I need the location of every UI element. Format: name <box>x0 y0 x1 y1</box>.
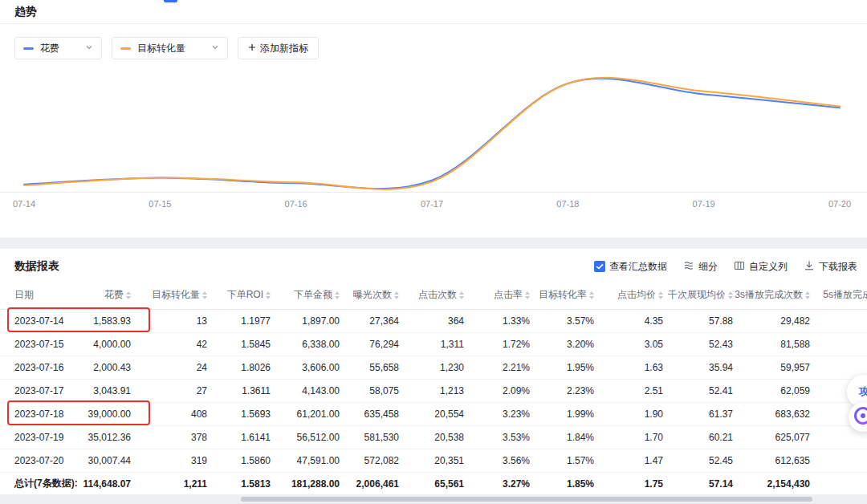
column-header[interactable]: 目标转化量 <box>139 282 215 309</box>
table-cell: 2023-07-20 <box>0 449 80 472</box>
table-cell: 30,007.44 <box>80 449 139 472</box>
table-header-row: 日期花费目标转化量下单ROI下单金额曝光次数点击次数点击率目标转化率点击均价千次… <box>0 282 867 309</box>
sort-icon[interactable] <box>525 291 530 299</box>
table-total-row: 总计(7条数据):114,648.071,2111.5813181,288.00… <box>0 472 867 494</box>
table-cell: 364 <box>407 309 472 332</box>
x-axis-label: 07-17 <box>421 199 443 209</box>
column-header[interactable]: 点击次数 <box>407 282 472 309</box>
column-header-label: 千次展现均价 <box>668 288 726 302</box>
column-header[interactable]: 千次展现均价 <box>671 282 741 309</box>
table-cell: 61.37 <box>671 402 741 425</box>
download-report-button[interactable]: 下载报表 <box>804 260 857 274</box>
trend-title: 趋势 <box>14 5 37 19</box>
chart-line-目标转化量 <box>24 78 840 189</box>
table-cell: 13 <box>139 309 215 332</box>
sort-icon[interactable] <box>589 291 594 299</box>
table-cell: 52.41 <box>671 379 741 402</box>
table-row: 2023-07-173,043.91271.36114,143.0058,075… <box>0 379 867 402</box>
sort-icon[interactable] <box>335 291 340 299</box>
table-cell: 2023-07-15 <box>0 332 80 356</box>
column-header[interactable]: 下单金额 <box>279 282 348 309</box>
table-row: 2023-07-154,000.00421.58456,338.0076,294… <box>0 332 867 356</box>
custom-columns-button[interactable]: 自定义列 <box>734 260 788 274</box>
column-header[interactable]: 花费 <box>80 282 139 309</box>
table-cell: 1.33% <box>472 309 538 332</box>
sort-icon[interactable] <box>459 291 464 299</box>
table-cell: 1,213 <box>407 379 472 402</box>
column-header-label: 目标转化率 <box>539 288 587 302</box>
column-header-label: 5s播放完成次数 <box>823 288 867 302</box>
add-metric-button[interactable]: 添加新指标 <box>238 37 319 59</box>
sort-icon[interactable] <box>202 291 207 299</box>
column-header[interactable]: 点击均价 <box>602 282 671 309</box>
x-axis-label: 07-18 <box>556 199 579 209</box>
table-cell: 1.90 <box>602 402 671 425</box>
table-cell: 612,635 <box>741 449 818 472</box>
table-cell: 1.5813 <box>215 472 279 494</box>
x-axis-label: 07-16 <box>285 199 307 209</box>
report-table: 日期花费目标转化量下单ROI下单金额曝光次数点击次数点击率目标转化率点击均价千次… <box>0 282 867 494</box>
table-cell: 1.5693 <box>215 402 279 425</box>
table-cell: 3.27% <box>472 472 538 494</box>
horizontal-scrollbar-thumb[interactable] <box>241 497 812 502</box>
sort-icon[interactable] <box>266 291 271 299</box>
sort-icon[interactable] <box>126 291 131 299</box>
table-cell: 3,606.00 <box>279 356 348 379</box>
columns-icon <box>734 260 745 274</box>
checkbox-checked-icon <box>594 261 605 272</box>
plus-icon <box>248 43 256 54</box>
trend-chart <box>0 71 867 193</box>
table-cell: 3.05 <box>602 332 671 356</box>
table-cell: 1.84% <box>538 425 602 449</box>
table-cell: 1.95% <box>538 356 602 379</box>
tab-active-indicator[interactable] <box>164 0 177 2</box>
sort-icon[interactable] <box>658 291 663 299</box>
download-report-label: 下载报表 <box>819 260 857 274</box>
table-cell: 20,554 <box>407 402 472 425</box>
column-header-label: 目标转化量 <box>152 288 200 302</box>
table-cell: 60.21 <box>671 425 741 449</box>
report-table-wrap: 日期花费目标转化量下单ROI下单金额曝光次数点击次数点击率目标转化率点击均价千次… <box>0 282 867 494</box>
table-cell: 57.88 <box>671 309 741 332</box>
table-cell: 319 <box>139 449 215 472</box>
legend-dash-conversion <box>120 47 131 50</box>
sort-icon[interactable] <box>805 291 810 299</box>
report-title: 数据报表 <box>14 259 59 274</box>
table-cell: 61,201.00 <box>279 402 348 425</box>
table-cell: 35,012.36 <box>80 425 139 449</box>
x-axis-label: 07-19 <box>693 199 715 209</box>
custom-columns-label: 自定义列 <box>749 260 788 274</box>
table-cell: 2,006,461 <box>348 472 407 494</box>
layers-icon <box>683 260 694 274</box>
table-cell: 1,230 <box>407 356 472 379</box>
table-cell: 35.94 <box>671 356 741 379</box>
breakdown-button[interactable]: 细分 <box>683 260 718 274</box>
column-header[interactable]: 曝光次数 <box>348 282 407 309</box>
table-cell: 2,154,430 <box>741 472 818 494</box>
sort-icon[interactable] <box>394 291 399 299</box>
table-cell: 2023-07-19 <box>0 425 80 449</box>
column-header[interactable]: 5s播放完成次数 <box>818 282 867 309</box>
report-header: 数据报表 查看汇总数据 细分 <box>0 249 867 282</box>
table-cell: 1.99% <box>538 402 602 425</box>
breakdown-label: 细分 <box>698 260 718 274</box>
table-cell: 1,211 <box>139 472 215 494</box>
table-cell: 3,043.91 <box>80 379 139 402</box>
metric-select-conversion[interactable]: 目标转化量 <box>112 37 228 59</box>
floating-guide-label: 攻 <box>859 384 867 399</box>
table-cell: 1.8026 <box>215 356 279 379</box>
summary-checkbox[interactable]: 查看汇总数据 <box>594 260 667 274</box>
column-header[interactable]: 目标转化率 <box>538 282 602 309</box>
table-cell: 1.5860 <box>215 449 279 472</box>
table-cell: 2023-07-18 <box>0 402 80 425</box>
column-header[interactable]: 3s播放完成次数 <box>741 282 818 309</box>
column-header-label: 下单金额 <box>294 288 332 302</box>
table-cell: 27 <box>139 379 215 402</box>
column-header[interactable]: 下单ROI <box>215 282 279 309</box>
x-axis-label: 07-20 <box>828 199 851 209</box>
sort-icon[interactable] <box>728 291 733 299</box>
table-cell <box>818 309 867 332</box>
table-cell: 572,082 <box>348 449 407 472</box>
column-header[interactable]: 点击率 <box>472 282 538 309</box>
metric-select-spend[interactable]: 花费 <box>14 37 102 59</box>
